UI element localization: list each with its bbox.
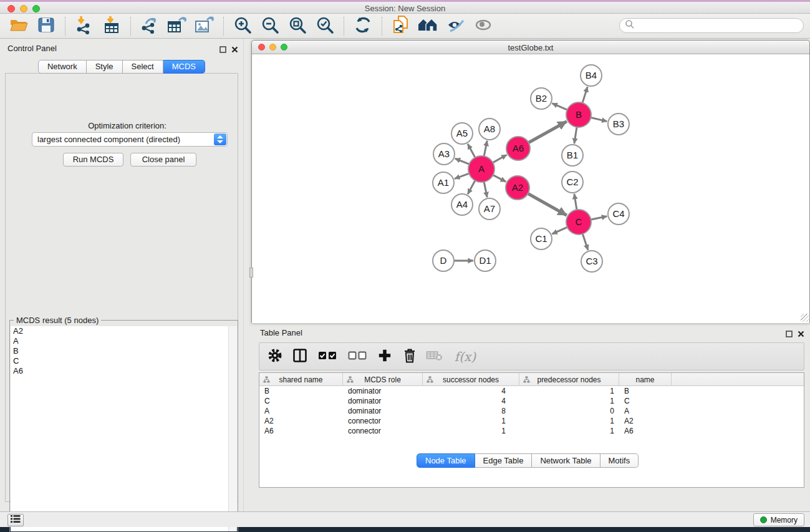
tab-network[interactable]: Network <box>38 60 87 74</box>
float-panel-icon[interactable] <box>219 44 226 56</box>
table-cell[interactable]: A6 <box>619 426 672 436</box>
table-toolbar: f(x) <box>259 342 804 370</box>
import-network-button[interactable] <box>70 16 98 36</box>
table-cell[interactable]: A <box>619 406 672 416</box>
mcds-result-item[interactable]: A6 <box>11 366 228 376</box>
mcds-result-item[interactable]: B <box>11 346 228 356</box>
edge-A2-C[interactable] <box>522 190 567 216</box>
function-builder-button[interactable]: f(x) <box>451 348 479 365</box>
table-cell[interactable]: 4 <box>423 386 519 396</box>
close-panel-icon[interactable] <box>231 44 238 56</box>
save-session-button[interactable] <box>32 16 60 36</box>
table-cell[interactable]: 1 <box>423 416 519 426</box>
tab-motifs[interactable]: Motifs <box>600 453 639 468</box>
tab-style[interactable]: Style <box>87 60 123 74</box>
column-header-mcds-role[interactable]: MCDS role <box>343 373 423 386</box>
table-cell[interactable]: C <box>259 396 343 406</box>
close-panel-icon[interactable] <box>798 329 804 340</box>
refresh-button[interactable] <box>349 16 377 36</box>
table-cell[interactable]: dominator <box>343 396 423 406</box>
zoom-selected-button[interactable] <box>311 16 339 36</box>
table-row[interactable]: Adominator80A <box>259 406 804 416</box>
tab-network-table[interactable]: Network Table <box>532 453 600 468</box>
table-row[interactable]: A2connector11A2 <box>259 416 804 426</box>
node-label-A5: A5 <box>456 128 468 138</box>
float-panel-icon[interactable] <box>786 329 793 340</box>
delete-columns-button[interactable] <box>402 348 418 365</box>
panel-splitter[interactable] <box>243 39 244 511</box>
table-cell[interactable]: C <box>619 396 672 406</box>
search-input[interactable] <box>635 19 803 32</box>
network-window-titlebar[interactable]: testGlobe.txt <box>252 41 809 54</box>
network-canvas[interactable]: AA1A2A3A4A5A6A7A8BB1B2B3B4CC1C2C3C4DD1 <box>252 54 809 323</box>
table-cell[interactable]: 4 <box>423 396 519 406</box>
export-table-button[interactable] <box>163 16 191 36</box>
table-cell[interactable]: 0 <box>519 406 619 416</box>
table-cell[interactable]: B <box>259 386 343 396</box>
table-cell[interactable]: B <box>619 386 672 396</box>
table-cell[interactable]: 1 <box>519 426 619 436</box>
zoom-in-button[interactable] <box>229 16 256 36</box>
node-label-B: B <box>576 109 582 120</box>
column-header-successor-nodes[interactable]: successor nodes <box>423 373 519 386</box>
network-graph[interactable]: AA1A2A3A4A5A6A7A8BB1B2B3B4CC1C2C3C4DD1 <box>252 54 809 323</box>
table-cell[interactable]: 1 <box>519 386 619 396</box>
open-session-button[interactable] <box>5 16 32 36</box>
mcds-result-item[interactable]: A <box>11 336 228 346</box>
splitter-grip[interactable] <box>249 268 253 278</box>
column-header-label: MCDS role <box>364 375 401 384</box>
table-cell[interactable]: dominator <box>343 406 423 416</box>
hide-selected-button[interactable] <box>442 16 470 36</box>
table-cell[interactable]: 1 <box>423 426 519 436</box>
create-column-button[interactable] <box>377 348 393 365</box>
tab-mcds[interactable]: MCDS <box>163 60 205 74</box>
table-cell[interactable]: A <box>259 406 343 416</box>
close-panel-button[interactable]: Close panel <box>130 153 196 167</box>
tab-node-table[interactable]: Node Table <box>417 453 475 468</box>
task-history-button[interactable] <box>7 514 24 526</box>
first-neighbors-button[interactable] <box>415 16 442 36</box>
select-all-columns-button[interactable] <box>317 348 338 365</box>
table-row[interactable]: Cdominator41C <box>259 396 804 406</box>
tab-select[interactable]: Select <box>123 60 163 74</box>
export-image-button[interactable] <box>191 16 218 36</box>
table-cell[interactable]: dominator <box>343 386 423 396</box>
table-cell[interactable]: 1 <box>519 416 619 426</box>
table-cell[interactable]: A2 <box>259 416 343 426</box>
column-header-shared-name[interactable]: shared name <box>259 373 343 386</box>
column-header-name[interactable]: name <box>619 373 672 386</box>
export-network-button[interactable] <box>136 16 163 36</box>
table-options-button[interactable] <box>267 348 283 365</box>
column-header-predecessor-nodes[interactable]: predecessor nodes <box>519 373 619 386</box>
mcds-result-scrollbar[interactable] <box>228 326 237 531</box>
table-panel-title: Table Panel <box>260 328 302 337</box>
zoom-out-button[interactable] <box>256 16 284 36</box>
save-disk-icon <box>37 16 55 36</box>
show-all-button[interactable] <box>470 16 497 36</box>
import-table-button[interactable] <box>98 16 125 36</box>
show-column-button[interactable] <box>292 348 308 365</box>
zoom-fit-button[interactable] <box>284 16 311 36</box>
table-row[interactable]: Bdominator41B <box>259 386 804 396</box>
table-cell[interactable]: connector <box>343 426 423 436</box>
search-box[interactable] <box>619 18 804 33</box>
unselect-all-columns-button[interactable] <box>347 348 368 365</box>
resize-corner-handle[interactable] <box>801 314 809 322</box>
optimization-criterion-select[interactable]: largest connected component (directed) <box>32 132 228 147</box>
delete-table-button[interactable] <box>427 348 443 365</box>
import-network-icon <box>74 16 94 37</box>
table-cell[interactable]: 1 <box>519 396 619 406</box>
run-mcds-button[interactable]: Run MCDS <box>63 153 123 167</box>
mcds-result-item[interactable]: C <box>11 356 228 366</box>
table-cell[interactable]: A2 <box>619 416 672 426</box>
table-cell[interactable]: A6 <box>259 426 343 436</box>
memory-button[interactable]: Memory <box>753 513 804 526</box>
table-row[interactable]: A6connector11A6 <box>259 426 804 436</box>
table-cell[interactable]: connector <box>343 416 423 426</box>
tab-edge-table[interactable]: Edge Table <box>475 453 533 468</box>
mcds-result-item[interactable]: A2 <box>11 326 228 336</box>
zoom-fit-icon <box>288 16 307 37</box>
table-cell[interactable]: 8 <box>423 406 519 416</box>
mcds-result-list[interactable]: A2ABCA6 <box>11 326 228 531</box>
new-network-from-selection-button[interactable] <box>387 16 415 36</box>
